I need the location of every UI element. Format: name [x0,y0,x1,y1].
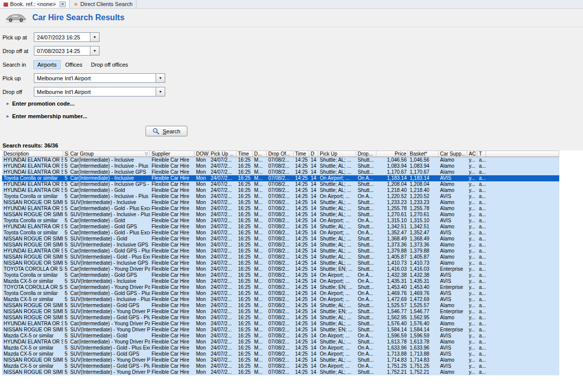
dropoff-location-dropdown[interactable]: Melbourne Int'l Airport ▼ [34,87,165,96]
result-row[interactable]: NISSAN ROGUE OR SIMILAR5SUV(Intermediate… [2,309,559,315]
column-header-drop-of[interactable]: Drop Of... [267,151,294,157]
result-row[interactable]: Mazda CX-5 or similar5SUV(Intermediate) … [2,351,559,357]
cell: SUV(Intermediate) - Inclusive - Plus E..… [69,297,150,303]
result-row[interactable]: Toyota Corolla or similar5Car(Intermedia… [2,193,559,200]
cell-filler [486,266,559,272]
filter-icon[interactable]: ▽ [145,152,148,156]
close-tab-icon[interactable]: ✕ [60,2,66,7]
membership-number-expander[interactable]: ▸ Enter membership number... [7,113,583,119]
column-header-description[interactable]: Description [2,151,63,157]
column-header-drop[interactable]: Drop... [356,151,376,157]
result-row[interactable]: TOYOTA COROLLA OR SIMIL...5Car(Intermedi… [2,284,559,290]
result-row[interactable]: Toyota Corolla or similar5Car(Intermedia… [2,290,559,297]
cell: Car(Intermediate) - Gold GPS [69,272,150,278]
cell: Shutt... [356,315,376,321]
column-header-t[interactable]: T [477,151,486,157]
result-row[interactable]: HYUNDAI ELANTRA OR SIM...5Car(Intermedia… [2,187,559,193]
result-row[interactable]: Toyota Corolla or similar5Car(Intermedia… [2,230,559,236]
cell: y... [467,218,477,224]
result-row[interactable]: NISSAN ROGUE OR SIMILAR5SUV(Intermediate… [2,242,559,248]
result-row[interactable]: NISSAN ROGUE OR SIMILAR5SUV(Intermediate… [2,315,559,321]
search-in-tab-offices[interactable]: Offices [62,61,86,69]
result-row[interactable]: NISSAN ROGUE OR SIMILAR5SUV(Intermediate… [2,236,559,242]
result-row[interactable]: HYUNDAI ELANTRA OR SIM...5Car(Intermedia… [2,339,559,345]
result-row[interactable]: Mazda CX-5 or similar5SUV(Intermediate) … [2,278,559,284]
result-row[interactable]: NISSAN ROGUE OR SIMILAR5SUV(Intermediate… [2,200,559,206]
result-row[interactable]: Mazda CX-5 or similar5SUV(Intermediate) … [2,363,559,369]
cell: 5 [63,290,69,297]
column-header-car-group[interactable]: Car Group▽ [69,151,150,157]
cell: 14 [309,248,318,254]
search-button[interactable]: Search [145,126,187,136]
cell: Shutt... [356,248,376,254]
cell: 16:25 [236,260,253,266]
result-row[interactable]: HYUNDAI ELANTRA OR SIM...5Car(Intermedia… [2,157,559,163]
column-header-ac[interactable]: AC [467,151,477,157]
column-header-basket[interactable]: Basket* [408,151,439,157]
cell: 14:25 [294,218,309,224]
cell: Mon [195,230,209,236]
dropdown-arrow-icon[interactable]: ▼ [156,87,165,96]
cell: 1,255.78 [408,206,439,212]
result-row[interactable]: Mazda CX-5 or similar5SUV(Intermediate) … [2,345,559,351]
column-header-d[interactable]: D [309,151,318,157]
result-row[interactable]: HYUNDAI ELANTRA OR SIM...5Car(Intermedia… [2,206,559,212]
result-row[interactable]: HYUNDAI ELANTRA OR SIM...5Car(Intermedia… [2,169,559,175]
cell: 24/07/2... [209,278,236,284]
result-row[interactable]: NISSAN ROGUE OR SIMILAR5SUV(Intermediate… [2,260,559,266]
result-row[interactable]: Toyota Corolla or similar5Car(Intermedia… [2,218,559,224]
result-row[interactable]: HYUNDAI ELANTRA OR SIM...5Car(Intermedia… [2,224,559,230]
column-header-s[interactable]: S [63,151,69,157]
dropdown-arrow-icon[interactable]: ▼ [90,46,100,56]
cell: Shuttle; AL; ... [318,157,356,163]
search-in-tab-airports[interactable]: Airports [34,61,60,69]
column-header-dow[interactable]: DOW [195,151,209,157]
column-header-time[interactable]: Time [236,151,253,157]
result-row[interactable]: HYUNDAI ELANTRA OR SIM...5Car(Intermedia… [2,163,559,169]
cell: NISSAN ROGUE OR SIMILAR [2,357,63,363]
dropdown-arrow-icon[interactable]: ▼ [156,73,165,83]
cell: 14:25 [294,351,309,357]
result-row[interactable]: Mazda CX-5 or similar5SUV(Intermediate) … [2,333,559,339]
column-header-supplier[interactable]: Supplier [150,151,195,157]
result-row[interactable]: Mazda CX-5 or similar5SUV(Intermediate) … [2,297,559,303]
column-header-pick-up[interactable]: Pick Up [318,151,356,157]
result-row[interactable]: NISSAN ROGUE OR SIMILAR5SUV(Intermediate… [2,357,559,363]
result-row[interactable]: NISSAN ROGUE OR SIMILAR5SUV(Intermediate… [2,327,559,333]
result-row[interactable]: NISSAN ROGUE OR SIMILAR5SUV(Intermediate… [2,212,559,218]
tab-direct-clients-search[interactable]: ★ Direct Clients Search [70,0,136,8]
cell: a... [477,157,486,163]
result-row[interactable]: NISSAN ROGUE OR SIMILAR5SUV(Intermediate… [2,303,559,309]
result-row[interactable]: HYUNDAI ELANTRA OR SIM...5Car(Intermedia… [2,181,559,187]
tab-booking-ref[interactable]: Book. ref.: <none> ✕ [0,0,70,8]
column-header-price[interactable]: Price [376,151,408,157]
dropoff-datetime-dropdown[interactable]: 07/08/2023 14:25 ▼ [34,46,100,56]
cell: Mazda CX-5 or similar [2,351,63,357]
search-in-tab-dropoff-offices[interactable]: Drop off offices [87,61,132,69]
result-row[interactable]: Toyota Corolla or similar5Car(Intermedia… [2,175,559,181]
cell: y... [467,357,477,363]
column-header-time[interactable]: Time [294,151,309,157]
promotion-code-expander[interactable]: ▸ Enter promotion code... [7,101,583,107]
cell: Shutt... [356,309,376,315]
result-row[interactable]: Toyota Corolla or similar5Car(Intermedia… [2,272,559,278]
cell: Mon [195,321,209,327]
cell: 1,596.59 [376,333,408,339]
column-header-car-supp[interactable]: Car Supp... [439,151,467,157]
pickup-datetime-dropdown[interactable]: 24/07/2023 16:25 ▼ [34,32,100,42]
column-header-d[interactable]: D... [253,151,267,157]
pickup-location-dropdown[interactable]: Melbourne Int'l Airport ▼ [34,73,165,83]
result-row[interactable]: HYUNDAI ELANTRA OR SIM...5Car(Intermedia… [2,321,559,327]
result-row[interactable]: HYUNDAI ELANTRA OR SIM...5Car(Intermedia… [2,248,559,254]
result-row[interactable]: TOYOTA COROLLA OR SIMIL...5Car(Intermedi… [2,266,559,272]
result-row[interactable]: NISSAN ROGUE OR SIMILAR5SUV(Intermediate… [2,254,559,260]
cell: HYUNDAI ELANTRA OR SIM... [2,169,63,175]
column-header-pick-up[interactable]: Pick Up ... [209,151,236,157]
cell: 1,584.14 [376,327,408,333]
cell: 14 [309,224,318,230]
dropdown-arrow-icon[interactable]: ▼ [90,32,100,42]
cell: 1,233.23 [408,200,439,206]
cell: 16:25 [236,315,253,321]
result-row[interactable]: NISSAN ROGUE OR SIMILAR5SUV(Intermediate… [2,369,559,375]
cell: M... [253,327,267,333]
